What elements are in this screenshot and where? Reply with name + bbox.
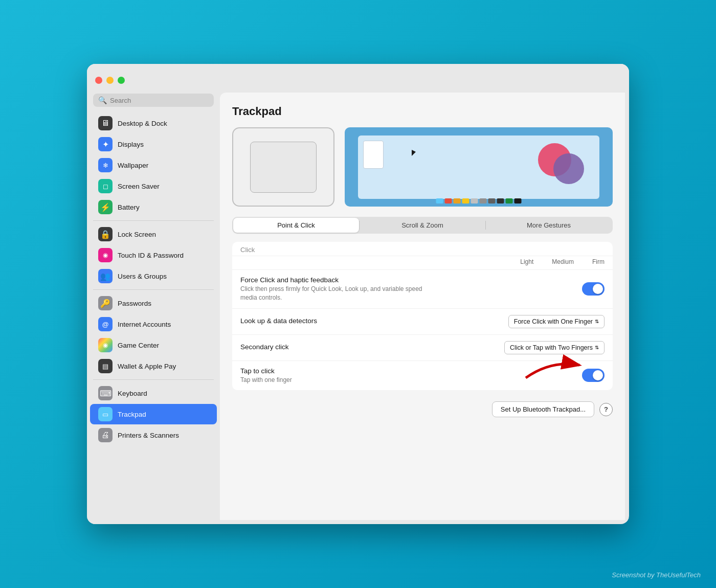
sidebar-item-desktop-dock[interactable]: 🖥 Desktop & Dock bbox=[90, 113, 217, 133]
screen-saver-icon: ◻ bbox=[98, 179, 113, 193]
content-area: 🔍 🖥 Desktop & Dock ✦ Displays ❄ Wallpape… bbox=[87, 88, 629, 524]
sidebar-item-label: Battery bbox=[118, 203, 140, 211]
force-click-toggle[interactable] bbox=[582, 282, 605, 296]
sidebar-item-keyboard[interactable]: ⌨ Keyboard bbox=[90, 383, 217, 403]
users-groups-icon: 👥 bbox=[98, 269, 113, 283]
sidebar-item-screen-saver[interactable]: ◻ Screen Saver bbox=[90, 176, 217, 196]
tap-to-click-desc: Tap with one finger bbox=[240, 376, 435, 385]
desktop-dock-icon: 🖥 bbox=[98, 116, 113, 130]
swatch-10 bbox=[514, 198, 522, 203]
sidebar-item-wallpaper[interactable]: ❄ Wallpaper bbox=[90, 155, 217, 175]
gesture-preview bbox=[345, 127, 613, 207]
sidebar-item-label: Screen Saver bbox=[118, 183, 160, 190]
secondary-click-value: Click or Tap with Two Fingers bbox=[510, 344, 593, 351]
sidebar-item-touch-id[interactable]: ◉ Touch ID & Password bbox=[90, 245, 217, 265]
swatch-1 bbox=[436, 198, 443, 203]
title-bar bbox=[87, 64, 629, 88]
tap-to-click-title: Tap to click bbox=[240, 367, 582, 375]
tap-to-click-row: Tap to click Tap with one finger bbox=[232, 361, 613, 391]
sidebar-item-battery[interactable]: ⚡ Battery bbox=[90, 197, 217, 217]
swatch-6 bbox=[480, 198, 487, 203]
sidebar-item-label: Passwords bbox=[118, 300, 151, 307]
secondary-click-select[interactable]: Click or Tap with Two Fingers ⇅ bbox=[504, 341, 605, 354]
wallet-icon: ▤ bbox=[98, 359, 113, 373]
minimize-button[interactable] bbox=[106, 77, 114, 84]
sidebar-item-passwords[interactable]: 🔑 Passwords bbox=[90, 293, 217, 313]
panel-title: Trackpad bbox=[232, 105, 613, 118]
swatch-4 bbox=[462, 198, 469, 203]
sidebar-item-label: Touch ID & Password bbox=[118, 252, 184, 259]
secondary-click-title: Secondary click bbox=[240, 343, 504, 351]
gesture-preview-inner bbox=[358, 135, 599, 199]
force-click-row: Force Click and haptic feedback Click th… bbox=[232, 270, 613, 309]
sidebar-item-label: Keyboard bbox=[118, 390, 147, 397]
bottom-bar: Set Up Bluetooth Trackpad... ? bbox=[232, 395, 613, 417]
search-icon: 🔍 bbox=[98, 96, 107, 104]
chevron-updown-icon-2: ⇅ bbox=[595, 345, 599, 350]
wallpaper-icon: ❄ bbox=[98, 158, 113, 172]
displays-icon: ✦ bbox=[98, 137, 113, 151]
click-label-row: Click bbox=[232, 242, 613, 256]
search-bar[interactable]: 🔍 bbox=[93, 94, 214, 107]
close-button[interactable] bbox=[95, 77, 102, 84]
divider-3 bbox=[93, 379, 214, 380]
look-up-left: Look up & data detectors bbox=[240, 317, 508, 326]
sidebar-item-label: Game Center bbox=[118, 342, 159, 349]
gesture-cursor bbox=[412, 150, 416, 156]
sidebar-item-trackpad[interactable]: ▭ Trackpad bbox=[90, 404, 217, 424]
printers-icon: 🖨 bbox=[98, 428, 113, 442]
setup-bluetooth-button[interactable]: Set Up Bluetooth Trackpad... bbox=[492, 401, 594, 417]
sidebar-item-internet-accounts[interactable]: @ Internet Accounts bbox=[90, 314, 217, 334]
gesture-window bbox=[363, 141, 384, 169]
swatch-5 bbox=[471, 198, 478, 203]
tap-to-click-left: Tap to click Tap with one finger bbox=[240, 367, 582, 385]
tab-more-gestures[interactable]: More Gestures bbox=[486, 218, 612, 233]
tab-point-click[interactable]: Point & Click bbox=[233, 218, 359, 233]
sidebar-item-label: Lock Screen bbox=[118, 231, 156, 238]
help-button[interactable]: ? bbox=[599, 403, 613, 416]
sidebar-item-wallet[interactable]: ▤ Wallet & Apple Pay bbox=[90, 356, 217, 376]
secondary-click-row: Secondary click Click or Tap with Two Fi… bbox=[232, 335, 613, 361]
divider-1 bbox=[93, 220, 214, 221]
search-input[interactable] bbox=[110, 97, 209, 104]
touch-id-icon: ◉ bbox=[98, 248, 113, 262]
swatch-7 bbox=[488, 198, 496, 203]
settings-section: Click Light Medium Firm Force Click and … bbox=[232, 242, 613, 390]
sidebar-item-label: Trackpad bbox=[118, 411, 146, 418]
sidebar-item-lock-screen[interactable]: 🔒 Lock Screen bbox=[90, 224, 217, 244]
sidebar-item-game-center[interactable]: ◉ Game Center bbox=[90, 335, 217, 355]
click-label: Click bbox=[240, 246, 255, 254]
chevron-updown-icon: ⇅ bbox=[595, 319, 599, 324]
trackpad-preview bbox=[232, 127, 334, 207]
sidebar-item-users-groups[interactable]: 👥 Users & Groups bbox=[90, 266, 217, 286]
secondary-click-left: Secondary click bbox=[240, 343, 504, 352]
look-up-title: Look up & data detectors bbox=[240, 317, 508, 325]
sidebar-item-label: Internet Accounts bbox=[118, 321, 171, 328]
lock-screen-icon: 🔒 bbox=[98, 227, 113, 241]
sidebar-item-printers[interactable]: 🖨 Printers & Scanners bbox=[90, 425, 217, 445]
swatch-9 bbox=[506, 198, 513, 203]
game-center-icon: ◉ bbox=[98, 338, 113, 352]
sidebar-item-label: Printers & Scanners bbox=[118, 432, 179, 439]
force-click-desc: Click then press firmly for Quick Look, … bbox=[240, 285, 435, 302]
internet-accounts-icon: @ bbox=[98, 317, 113, 331]
force-click-title: Force Click and haptic feedback bbox=[240, 276, 582, 284]
color-swatches bbox=[436, 198, 522, 203]
keyboard-icon: ⌨ bbox=[98, 386, 113, 400]
sidebar-item-displays[interactable]: ✦ Displays bbox=[90, 134, 217, 154]
passwords-icon: 🔑 bbox=[98, 296, 113, 310]
look-up-select[interactable]: Force Click with One Finger ⇅ bbox=[508, 315, 605, 328]
swatch-3 bbox=[454, 198, 461, 203]
battery-icon: ⚡ bbox=[98, 200, 113, 214]
tabs-row: Point & Click Scroll & Zoom More Gesture… bbox=[232, 217, 613, 234]
tap-to-click-toggle[interactable] bbox=[582, 369, 605, 382]
slider-label-light: Light bbox=[520, 258, 533, 265]
tab-scroll-zoom[interactable]: Scroll & Zoom bbox=[360, 218, 485, 233]
maximize-button[interactable] bbox=[118, 77, 125, 84]
force-click-left: Force Click and haptic feedback Click th… bbox=[240, 276, 582, 302]
trackpad-inner bbox=[250, 142, 317, 193]
sidebar-item-label: Displays bbox=[118, 141, 144, 148]
sidebar-item-label: Wallpaper bbox=[118, 162, 148, 169]
preview-area bbox=[232, 127, 613, 207]
main-window: 🔍 🖥 Desktop & Dock ✦ Displays ❄ Wallpape… bbox=[87, 64, 629, 524]
